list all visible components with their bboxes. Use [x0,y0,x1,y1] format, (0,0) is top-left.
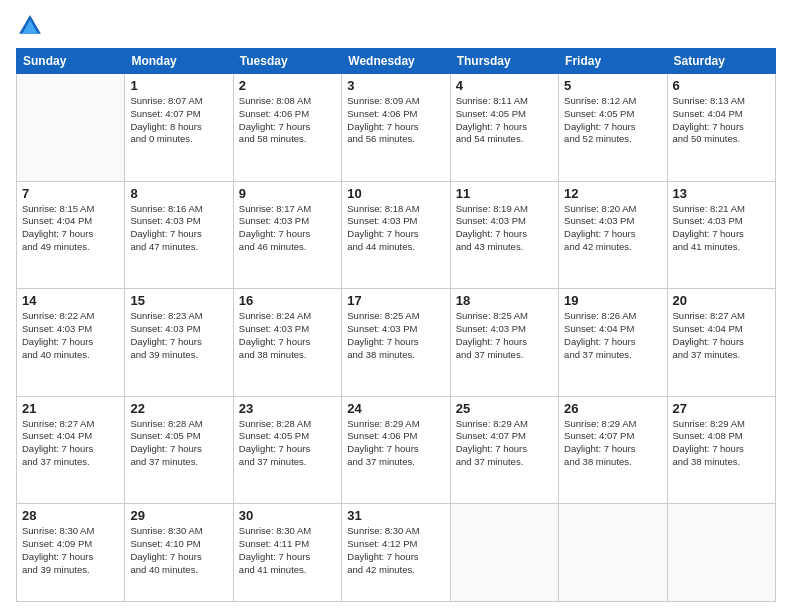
calendar-cell: 14Sunrise: 8:22 AM Sunset: 4:03 PM Dayli… [17,289,125,397]
calendar-cell: 6Sunrise: 8:13 AM Sunset: 4:04 PM Daylig… [667,74,775,182]
day-info: Sunrise: 8:24 AM Sunset: 4:03 PM Dayligh… [239,310,336,361]
day-info: Sunrise: 8:09 AM Sunset: 4:06 PM Dayligh… [347,95,444,146]
weekday-header: Wednesday [342,49,450,74]
calendar-cell: 22Sunrise: 8:28 AM Sunset: 4:05 PM Dayli… [125,396,233,504]
day-number: 6 [673,78,770,93]
calendar-cell [450,504,558,602]
day-number: 11 [456,186,553,201]
calendar-week-row: 14Sunrise: 8:22 AM Sunset: 4:03 PM Dayli… [17,289,776,397]
day-number: 14 [22,293,119,308]
day-number: 5 [564,78,661,93]
header [16,12,776,40]
day-number: 24 [347,401,444,416]
day-info: Sunrise: 8:26 AM Sunset: 4:04 PM Dayligh… [564,310,661,361]
calendar-cell: 12Sunrise: 8:20 AM Sunset: 4:03 PM Dayli… [559,181,667,289]
calendar-cell: 7Sunrise: 8:15 AM Sunset: 4:04 PM Daylig… [17,181,125,289]
calendar-cell: 11Sunrise: 8:19 AM Sunset: 4:03 PM Dayli… [450,181,558,289]
day-info: Sunrise: 8:19 AM Sunset: 4:03 PM Dayligh… [456,203,553,254]
calendar-cell: 21Sunrise: 8:27 AM Sunset: 4:04 PM Dayli… [17,396,125,504]
day-number: 26 [564,401,661,416]
calendar-cell: 30Sunrise: 8:30 AM Sunset: 4:11 PM Dayli… [233,504,341,602]
calendar-cell: 27Sunrise: 8:29 AM Sunset: 4:08 PM Dayli… [667,396,775,504]
day-info: Sunrise: 8:25 AM Sunset: 4:03 PM Dayligh… [456,310,553,361]
day-info: Sunrise: 8:08 AM Sunset: 4:06 PM Dayligh… [239,95,336,146]
weekday-header: Sunday [17,49,125,74]
calendar-cell: 23Sunrise: 8:28 AM Sunset: 4:05 PM Dayli… [233,396,341,504]
calendar-cell: 10Sunrise: 8:18 AM Sunset: 4:03 PM Dayli… [342,181,450,289]
day-number: 8 [130,186,227,201]
day-info: Sunrise: 8:25 AM Sunset: 4:03 PM Dayligh… [347,310,444,361]
calendar-cell: 15Sunrise: 8:23 AM Sunset: 4:03 PM Dayli… [125,289,233,397]
calendar-cell: 18Sunrise: 8:25 AM Sunset: 4:03 PM Dayli… [450,289,558,397]
calendar-week-row: 28Sunrise: 8:30 AM Sunset: 4:09 PM Dayli… [17,504,776,602]
calendar-cell: 29Sunrise: 8:30 AM Sunset: 4:10 PM Dayli… [125,504,233,602]
day-info: Sunrise: 8:17 AM Sunset: 4:03 PM Dayligh… [239,203,336,254]
day-number: 30 [239,508,336,523]
day-number: 3 [347,78,444,93]
day-number: 25 [456,401,553,416]
day-number: 18 [456,293,553,308]
logo-icon [16,12,44,40]
day-info: Sunrise: 8:16 AM Sunset: 4:03 PM Dayligh… [130,203,227,254]
day-number: 22 [130,401,227,416]
day-info: Sunrise: 8:30 AM Sunset: 4:11 PM Dayligh… [239,525,336,576]
day-number: 7 [22,186,119,201]
day-info: Sunrise: 8:12 AM Sunset: 4:05 PM Dayligh… [564,95,661,146]
day-info: Sunrise: 8:29 AM Sunset: 4:07 PM Dayligh… [564,418,661,469]
day-info: Sunrise: 8:29 AM Sunset: 4:08 PM Dayligh… [673,418,770,469]
calendar-cell [559,504,667,602]
calendar-cell: 5Sunrise: 8:12 AM Sunset: 4:05 PM Daylig… [559,74,667,182]
day-info: Sunrise: 8:30 AM Sunset: 4:09 PM Dayligh… [22,525,119,576]
calendar-cell: 8Sunrise: 8:16 AM Sunset: 4:03 PM Daylig… [125,181,233,289]
calendar-cell: 9Sunrise: 8:17 AM Sunset: 4:03 PM Daylig… [233,181,341,289]
day-info: Sunrise: 8:15 AM Sunset: 4:04 PM Dayligh… [22,203,119,254]
day-number: 20 [673,293,770,308]
day-info: Sunrise: 8:20 AM Sunset: 4:03 PM Dayligh… [564,203,661,254]
day-info: Sunrise: 8:30 AM Sunset: 4:12 PM Dayligh… [347,525,444,576]
calendar-cell: 31Sunrise: 8:30 AM Sunset: 4:12 PM Dayli… [342,504,450,602]
day-info: Sunrise: 8:22 AM Sunset: 4:03 PM Dayligh… [22,310,119,361]
day-number: 12 [564,186,661,201]
day-number: 16 [239,293,336,308]
calendar: SundayMondayTuesdayWednesdayThursdayFrid… [16,48,776,602]
day-number: 23 [239,401,336,416]
weekday-header: Thursday [450,49,558,74]
day-info: Sunrise: 8:28 AM Sunset: 4:05 PM Dayligh… [130,418,227,469]
calendar-cell: 1Sunrise: 8:07 AM Sunset: 4:07 PM Daylig… [125,74,233,182]
day-info: Sunrise: 8:27 AM Sunset: 4:04 PM Dayligh… [22,418,119,469]
day-info: Sunrise: 8:27 AM Sunset: 4:04 PM Dayligh… [673,310,770,361]
weekday-header: Saturday [667,49,775,74]
page: SundayMondayTuesdayWednesdayThursdayFrid… [0,0,792,612]
calendar-cell [667,504,775,602]
day-number: 15 [130,293,227,308]
day-number: 21 [22,401,119,416]
day-info: Sunrise: 8:28 AM Sunset: 4:05 PM Dayligh… [239,418,336,469]
calendar-cell: 20Sunrise: 8:27 AM Sunset: 4:04 PM Dayli… [667,289,775,397]
calendar-cell [17,74,125,182]
day-info: Sunrise: 8:29 AM Sunset: 4:06 PM Dayligh… [347,418,444,469]
day-number: 28 [22,508,119,523]
calendar-cell: 24Sunrise: 8:29 AM Sunset: 4:06 PM Dayli… [342,396,450,504]
calendar-cell: 13Sunrise: 8:21 AM Sunset: 4:03 PM Dayli… [667,181,775,289]
day-info: Sunrise: 8:23 AM Sunset: 4:03 PM Dayligh… [130,310,227,361]
day-info: Sunrise: 8:07 AM Sunset: 4:07 PM Dayligh… [130,95,227,146]
calendar-week-row: 7Sunrise: 8:15 AM Sunset: 4:04 PM Daylig… [17,181,776,289]
day-info: Sunrise: 8:29 AM Sunset: 4:07 PM Dayligh… [456,418,553,469]
weekday-header: Friday [559,49,667,74]
day-number: 9 [239,186,336,201]
calendar-cell: 3Sunrise: 8:09 AM Sunset: 4:06 PM Daylig… [342,74,450,182]
weekday-header: Monday [125,49,233,74]
calendar-cell: 19Sunrise: 8:26 AM Sunset: 4:04 PM Dayli… [559,289,667,397]
calendar-cell: 26Sunrise: 8:29 AM Sunset: 4:07 PM Dayli… [559,396,667,504]
day-number: 19 [564,293,661,308]
day-info: Sunrise: 8:18 AM Sunset: 4:03 PM Dayligh… [347,203,444,254]
day-number: 29 [130,508,227,523]
day-number: 2 [239,78,336,93]
weekday-header-row: SundayMondayTuesdayWednesdayThursdayFrid… [17,49,776,74]
calendar-cell: 28Sunrise: 8:30 AM Sunset: 4:09 PM Dayli… [17,504,125,602]
weekday-header: Tuesday [233,49,341,74]
calendar-cell: 16Sunrise: 8:24 AM Sunset: 4:03 PM Dayli… [233,289,341,397]
calendar-week-row: 21Sunrise: 8:27 AM Sunset: 4:04 PM Dayli… [17,396,776,504]
calendar-week-row: 1Sunrise: 8:07 AM Sunset: 4:07 PM Daylig… [17,74,776,182]
calendar-cell: 25Sunrise: 8:29 AM Sunset: 4:07 PM Dayli… [450,396,558,504]
